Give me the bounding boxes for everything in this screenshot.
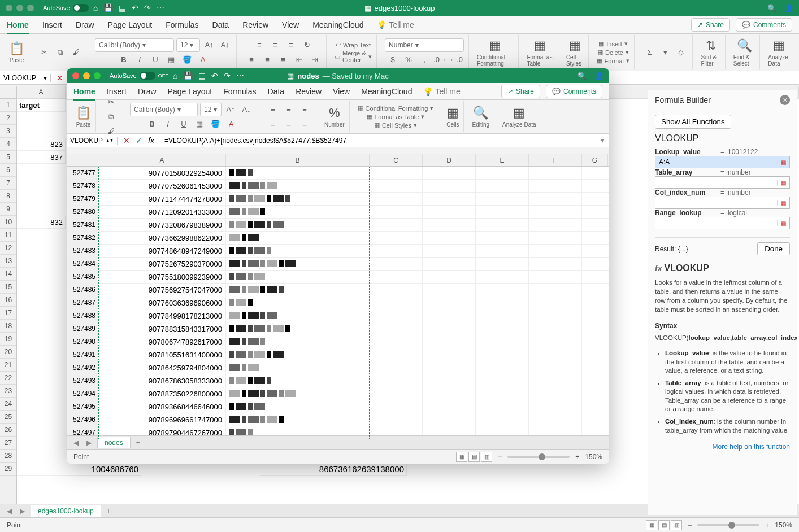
table-row[interactable]: 527493907867863058333000 (67, 374, 609, 387)
table-row[interactable]: 527477907701580329254000 (67, 167, 609, 180)
table-row[interactable]: 527486907756927547047000 (67, 284, 609, 296)
align-icon[interactable]: ≡ (282, 117, 296, 131)
arg-input[interactable]: ▦ (655, 217, 790, 229)
indent-dec-icon[interactable]: ⇤ (292, 53, 306, 67)
close-icon[interactable] (6, 5, 12, 11)
cell-redacted[interactable] (226, 258, 370, 270)
name-box[interactable]: VLOOKUP▲▼ (67, 137, 118, 145)
row-header[interactable]: 527478 (67, 180, 98, 192)
cell[interactable] (370, 245, 423, 257)
paste-icon[interactable]: 📋 (9, 41, 24, 56)
font-select[interactable]: Calibri (Body) ▾ (130, 103, 198, 116)
cell[interactable]: 907701580329254000 (98, 167, 226, 179)
percent-icon[interactable]: % (402, 53, 415, 67)
cell[interactable] (529, 245, 582, 257)
zoom-out-icon[interactable]: − (688, 521, 692, 529)
cell[interactable]: 907756927547047000 (98, 284, 226, 296)
zoom-level[interactable]: 150% (775, 521, 792, 529)
cell[interactable] (529, 180, 582, 192)
cell[interactable] (423, 413, 476, 426)
fontsize-select[interactable]: 12 ▾ (176, 38, 200, 52)
formula-expand-icon[interactable]: ▾ (596, 136, 609, 145)
increase-font-icon[interactable]: A↑ (224, 103, 237, 116)
range-picker-icon[interactable]: ▦ (777, 200, 789, 206)
cell-redacted[interactable] (226, 361, 370, 374)
cut-icon[interactable]: ✂ (37, 46, 51, 59)
row-header[interactable]: 20 (0, 346, 16, 359)
comma-icon[interactable]: , (418, 53, 431, 67)
row-header[interactable]: 9 (0, 203, 16, 216)
row-header[interactable]: 527491 (67, 348, 98, 361)
row-header[interactable]: 527490 (67, 335, 98, 348)
cell[interactable] (423, 232, 476, 244)
italic-icon[interactable]: I (161, 117, 175, 131)
cell[interactable] (529, 232, 582, 244)
cell[interactable]: 907752675290370000 (98, 258, 226, 270)
cell[interactable] (370, 348, 423, 361)
analyze-icon[interactable]: ▦ (513, 106, 525, 120)
arg-text-input[interactable] (655, 199, 777, 207)
add-sheet-icon[interactable]: + (134, 439, 142, 447)
tab-prev-icon[interactable]: ◀ (5, 507, 14, 515)
row-header[interactable]: 527485 (67, 271, 98, 283)
row-header[interactable]: 2 (0, 112, 16, 125)
tab-meaningcloud[interactable]: MeaningCloud (361, 87, 412, 96)
row-header[interactable]: 19 (0, 333, 16, 346)
cell[interactable]: 907760363696906000 (98, 296, 226, 309)
row-header[interactable]: 23 (0, 385, 16, 398)
cell[interactable] (370, 232, 423, 244)
comments-button[interactable]: 💬 Comments (546, 85, 602, 98)
cell[interactable] (476, 361, 529, 374)
row-header[interactable]: 3 (0, 125, 16, 138)
redo-icon[interactable]: ↷ (144, 3, 151, 12)
border-icon[interactable]: ▦ (164, 53, 178, 67)
cell[interactable] (423, 219, 476, 231)
cell[interactable] (476, 309, 529, 322)
cell[interactable] (370, 193, 423, 205)
cell-redacted[interactable] (226, 400, 370, 413)
cell-redacted[interactable] (226, 245, 370, 257)
zoom-icon[interactable] (94, 72, 101, 79)
cell-a5[interactable]: 837 (17, 151, 66, 164)
search-icon[interactable]: 🔍 (767, 4, 776, 12)
table-row[interactable]: 527479907711474474278000 (67, 193, 609, 206)
zoom-icon[interactable] (27, 5, 34, 11)
cell[interactable]: 907707526061453000 (98, 180, 226, 192)
border-icon[interactable]: ▦ (193, 117, 206, 131)
tab-formulas[interactable]: Formulas (166, 20, 198, 29)
cell[interactable] (370, 258, 423, 270)
row-header[interactable]: 13 (0, 255, 16, 268)
cell[interactable]: 907867863058333000 (98, 374, 226, 387)
cell-redacted[interactable] (226, 232, 370, 244)
fx-icon[interactable]: fx (148, 136, 154, 145)
accept-formula-icon[interactable]: ✓ (136, 136, 142, 145)
decrease-font-icon[interactable]: A↓ (240, 103, 253, 116)
align-right-icon[interactable]: ≡ (276, 53, 290, 67)
tab-draw[interactable]: Draw (76, 20, 94, 29)
col-header-e[interactable]: E (476, 154, 529, 166)
fill-icon[interactable]: ▾ (658, 46, 672, 59)
fill-color-icon[interactable]: 🪣 (180, 53, 194, 67)
cell[interactable] (529, 309, 582, 322)
cell[interactable]: 907736629988622000 (98, 232, 226, 244)
add-sheet-icon[interactable]: + (105, 507, 113, 515)
row-header[interactable]: 527479 (67, 193, 98, 205)
account-icon[interactable]: 👤 (784, 4, 793, 12)
table-row[interactable]: 527495907893668446646000 (67, 400, 609, 413)
undo-icon[interactable]: ↶ (211, 71, 218, 80)
cell[interactable]: 907711474474278000 (98, 193, 226, 205)
cell[interactable] (423, 387, 476, 400)
cell[interactable] (476, 374, 529, 387)
done-button[interactable]: Done (757, 242, 790, 255)
cell[interactable] (476, 219, 529, 231)
cell[interactable] (370, 219, 423, 231)
view-break-icon[interactable]: ▥ (481, 452, 492, 462)
cell-redacted[interactable] (226, 374, 370, 387)
autosave-toggle[interactable]: AutoSave OFF (110, 72, 168, 80)
arg-text-input[interactable] (655, 219, 777, 227)
row-header[interactable]: 527487 (67, 296, 98, 309)
show-all-functions-button[interactable]: Show All Functions (655, 115, 731, 129)
more-icon[interactable]: ⋯ (157, 3, 164, 12)
format-table-icon[interactable]: ▦ (534, 38, 546, 53)
row-header[interactable]: 16 (0, 294, 16, 307)
